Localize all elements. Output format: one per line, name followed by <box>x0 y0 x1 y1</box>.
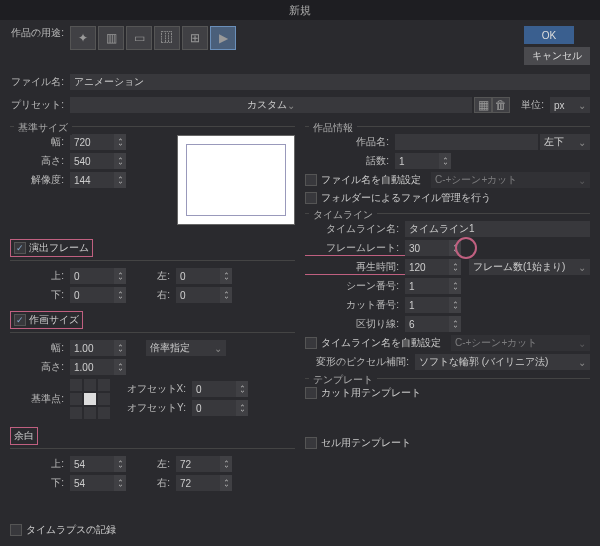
preset-label: プリセット: <box>10 98 70 112</box>
episode-input[interactable] <box>395 153 439 169</box>
playtime-label: 再生時間: <box>305 260 405 275</box>
ok-button[interactable]: OK <box>524 26 574 44</box>
canvas-preview <box>177 135 295 225</box>
ratio-dropdown[interactable]: 倍率指定 <box>146 340 226 356</box>
auto-tl-dd[interactable]: C-+シーン+カット <box>451 335 590 351</box>
mg-left[interactable] <box>176 456 220 472</box>
of-left[interactable] <box>176 268 220 284</box>
auto-filename-dd[interactable]: C-+シーン+カット <box>431 172 590 188</box>
fps-spinner[interactable] <box>449 240 461 256</box>
timelapse-label: タイムラプスの記録 <box>26 523 116 537</box>
unit-label: 単位: <box>510 98 550 112</box>
pos-dropdown[interactable]: 左下 <box>540 134 590 150</box>
usage-icon-4[interactable]: ⿲ <box>154 26 180 50</box>
usage-icon-2[interactable]: ▥ <box>98 26 124 50</box>
preset-delete-icon[interactable]: 🗑 <box>492 97 510 113</box>
divider-input[interactable] <box>405 316 449 332</box>
preset-dropdown[interactable]: カスタム <box>70 97 472 113</box>
usage-icon-animation[interactable]: ▶ <box>210 26 236 50</box>
auto-tl-chk[interactable] <box>305 337 317 349</box>
of-top[interactable] <box>70 268 114 284</box>
cancel-button[interactable]: キャンセル <box>524 47 590 65</box>
usage-icon-5[interactable]: ⊞ <box>182 26 208 50</box>
cut-template-chk[interactable] <box>305 387 317 399</box>
offset-x[interactable] <box>192 381 236 397</box>
base-size-group: 基準サイズ <box>14 121 72 135</box>
margin-heading: 余白 <box>10 427 38 445</box>
timeline-group: タイムライン <box>309 208 377 222</box>
scene-input[interactable] <box>405 278 449 294</box>
info-group: 作品情報 <box>309 121 357 135</box>
unit-dropdown[interactable]: px <box>550 97 590 113</box>
usage-icon-3[interactable]: ▭ <box>126 26 152 50</box>
mg-right[interactable] <box>176 475 220 491</box>
filename-label: ファイル名: <box>10 75 70 89</box>
fps-input[interactable] <box>405 240 449 256</box>
window-title: 新規 <box>0 0 600 20</box>
usage-label: 作品の用途: <box>10 26 70 40</box>
of-bottom[interactable] <box>70 287 114 303</box>
height-input[interactable] <box>70 153 114 169</box>
preset-save-icon[interactable]: ▦ <box>474 97 492 113</box>
playtime-input[interactable] <box>405 259 449 275</box>
folder-mgmt-chk[interactable] <box>305 192 317 204</box>
resolution-input[interactable] <box>70 172 114 188</box>
width-input[interactable] <box>70 134 114 150</box>
of-right[interactable] <box>176 287 220 303</box>
cv-height[interactable] <box>70 359 114 375</box>
work-name-input[interactable] <box>395 134 538 150</box>
mg-bottom[interactable] <box>70 475 114 491</box>
usage-icons: ✦ ▥ ▭ ⿲ ⊞ ▶ <box>70 26 236 50</box>
height-spinner[interactable] <box>114 153 126 169</box>
offset-y[interactable] <box>192 400 236 416</box>
resolution-spinner[interactable] <box>114 172 126 188</box>
fps-label: フレームレート: <box>305 241 405 256</box>
overflow-checkbox[interactable] <box>14 242 26 254</box>
canvas-checkbox[interactable] <box>14 314 26 326</box>
anchor-grid[interactable] <box>70 379 110 419</box>
template-group: テンプレート <box>309 373 377 387</box>
width-spinner[interactable] <box>114 134 126 150</box>
timelapse-chk[interactable] <box>10 524 22 536</box>
cv-width[interactable] <box>70 340 114 356</box>
cel-template-chk[interactable] <box>305 437 317 449</box>
playtime-unit-dd[interactable]: フレーム数(1始まり) <box>469 259 590 275</box>
timeline-name-input[interactable] <box>405 221 590 237</box>
mg-top[interactable] <box>70 456 114 472</box>
auto-filename-chk[interactable] <box>305 174 317 186</box>
interp-dropdown[interactable]: ソフトな輪郭 (バイリニア法) <box>415 354 590 370</box>
filename-input[interactable] <box>70 74 590 90</box>
cut-input[interactable] <box>405 297 449 313</box>
usage-icon-1[interactable]: ✦ <box>70 26 96 50</box>
